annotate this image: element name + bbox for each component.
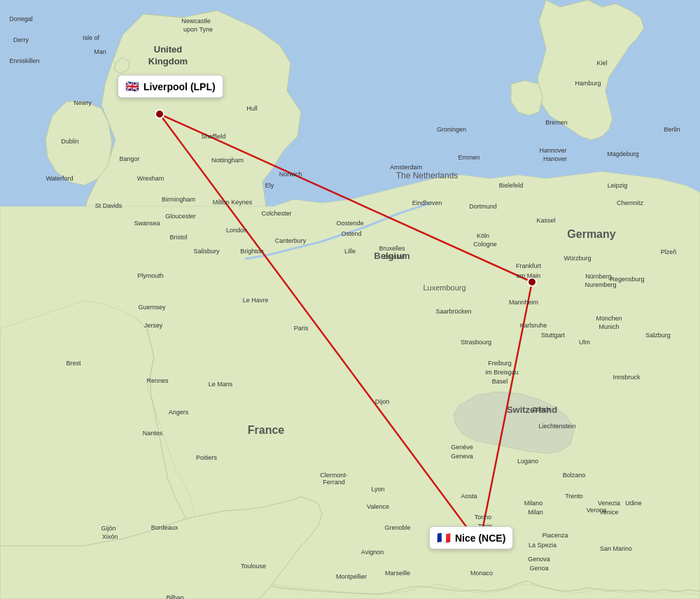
svg-text:France: France xyxy=(248,424,285,436)
svg-text:Innsbruck: Innsbruck xyxy=(612,374,640,381)
svg-text:Man: Man xyxy=(94,48,106,55)
svg-text:Cologne: Cologne xyxy=(473,241,497,248)
france-flag-icon: 🇫🇷 xyxy=(437,531,451,544)
svg-point-4 xyxy=(155,110,164,118)
svg-text:Frankfurt: Frankfurt xyxy=(516,262,542,269)
svg-text:London: London xyxy=(226,227,247,234)
svg-text:Clermont-: Clermont- xyxy=(320,472,348,479)
svg-text:Dijon: Dijon xyxy=(375,398,390,405)
svg-text:Bristol: Bristol xyxy=(169,234,187,241)
svg-text:Colchester: Colchester xyxy=(261,210,291,217)
svg-text:Valence: Valence xyxy=(367,503,389,510)
svg-text:Köln: Köln xyxy=(477,232,489,239)
svg-text:La Spezia: La Spezia xyxy=(528,542,556,549)
uk-flag-icon: 🇬🇧 xyxy=(125,80,139,93)
svg-text:Gijón: Gijón xyxy=(101,525,115,532)
svg-text:Brussel: Brussel xyxy=(384,253,405,260)
svg-text:Luxembourg: Luxembourg xyxy=(423,283,465,292)
svg-text:Plymouth: Plymouth xyxy=(137,272,164,279)
svg-text:Oostende: Oostende xyxy=(336,220,363,227)
map-container: United Kingdom France Germany Belgium Sw… xyxy=(0,0,700,599)
svg-text:Poitiers: Poitiers xyxy=(196,454,218,461)
svg-text:Liechtenstein: Liechtenstein xyxy=(538,423,575,430)
svg-text:Genève: Genève xyxy=(451,444,473,451)
svg-text:Kingdom: Kingdom xyxy=(148,56,188,66)
svg-text:Kiel: Kiel xyxy=(596,59,607,66)
svg-text:Piacenza: Piacenza xyxy=(542,532,568,539)
svg-text:Angers: Angers xyxy=(169,409,189,416)
svg-text:Geneva: Geneva xyxy=(451,453,473,460)
svg-text:Monaco: Monaco xyxy=(470,570,493,577)
liverpool-airport-text: Liverpool (LPL) xyxy=(144,81,216,92)
svg-text:Toulouse: Toulouse xyxy=(241,563,266,570)
svg-text:St Davids: St Davids xyxy=(95,202,122,209)
svg-text:Salisbury: Salisbury xyxy=(193,248,220,255)
svg-text:Groningen: Groningen xyxy=(437,126,466,133)
map-svg: United Kingdom France Germany Belgium Sw… xyxy=(0,0,700,599)
svg-text:Hamburg: Hamburg xyxy=(575,80,601,87)
svg-text:Torino: Torino xyxy=(475,514,492,521)
svg-text:Jersey: Jersey xyxy=(144,322,163,329)
svg-text:Marseille: Marseille xyxy=(385,570,410,577)
svg-text:Basel: Basel xyxy=(492,378,508,385)
svg-text:Dublin: Dublin xyxy=(61,138,79,145)
svg-text:Brighton: Brighton xyxy=(240,248,264,255)
svg-text:Ulm: Ulm xyxy=(579,339,590,346)
svg-text:San Marino: San Marino xyxy=(600,545,632,552)
svg-text:Bielefeld: Bielefeld xyxy=(499,182,524,189)
svg-text:Würzburg: Würzburg xyxy=(564,255,591,262)
svg-text:Berlin: Berlin xyxy=(664,126,680,133)
svg-text:Canterbury: Canterbury xyxy=(275,237,307,244)
svg-text:Lugano: Lugano xyxy=(517,458,538,465)
svg-text:Aosta: Aosta xyxy=(461,493,477,500)
svg-text:Wrexham: Wrexham xyxy=(137,175,164,182)
svg-text:Nuremberg: Nuremberg xyxy=(584,281,616,288)
svg-text:Milan: Milan xyxy=(528,509,543,516)
svg-text:Swansea: Swansea xyxy=(134,220,160,227)
svg-text:Mannheim: Mannheim xyxy=(509,299,538,306)
svg-text:Udine: Udine xyxy=(625,500,642,507)
svg-text:Hannover: Hannover xyxy=(539,147,566,154)
svg-text:Chemnitz: Chemnitz xyxy=(617,199,644,206)
liverpool-airport-label: 🇬🇧 Liverpool (LPL) xyxy=(118,75,223,98)
svg-text:Bilbao: Bilbao xyxy=(166,594,183,599)
svg-text:Gloucester: Gloucester xyxy=(165,213,196,220)
svg-text:Strasbourg: Strasbourg xyxy=(461,339,491,346)
svg-text:Sheffield: Sheffield xyxy=(202,133,226,140)
svg-text:am Main: am Main xyxy=(517,272,541,279)
svg-text:Eindhoven: Eindhoven xyxy=(412,199,442,206)
svg-text:Lyon: Lyon xyxy=(371,486,384,493)
svg-text:Enniskillen: Enniskillen xyxy=(9,57,39,64)
svg-text:Newcastle: Newcastle xyxy=(181,17,211,24)
svg-text:Ostend: Ostend xyxy=(341,230,361,237)
svg-text:Bruxelles: Bruxelles xyxy=(379,245,405,252)
svg-text:Venezia: Venezia xyxy=(598,500,620,507)
svg-text:The Netherlands: The Netherlands xyxy=(396,171,458,181)
svg-text:Montpellier: Montpellier xyxy=(336,573,367,580)
svg-text:Milton Keynes: Milton Keynes xyxy=(213,199,253,206)
svg-text:Newry: Newry xyxy=(74,99,92,106)
svg-text:Dortmund: Dortmund xyxy=(469,203,497,210)
svg-text:Saarbrücken: Saarbrücken xyxy=(435,308,471,315)
svg-text:Waterford: Waterford xyxy=(46,175,73,182)
svg-text:Freiburg: Freiburg xyxy=(488,360,512,367)
svg-text:Plzeň: Plzeň xyxy=(661,248,677,255)
svg-text:Trento: Trento xyxy=(565,493,583,500)
svg-text:Nürnberg: Nürnberg xyxy=(585,273,612,280)
svg-text:Magdeburg: Magdeburg xyxy=(607,150,639,157)
svg-text:München: München xyxy=(596,315,622,322)
svg-text:Milano: Milano xyxy=(524,500,543,507)
svg-text:Norwich: Norwich xyxy=(279,171,302,178)
svg-text:Leipzig: Leipzig xyxy=(608,182,628,189)
svg-text:Guernsey: Guernsey xyxy=(138,304,166,311)
svg-text:Genoa: Genoa xyxy=(529,565,548,572)
svg-text:Ferrand: Ferrand xyxy=(323,479,345,486)
nice-airport-text: Nice (NCE) xyxy=(455,533,505,544)
svg-text:Xixón: Xixón xyxy=(102,533,118,540)
svg-text:Zürich: Zürich xyxy=(532,406,550,413)
svg-text:Grenoble: Grenoble xyxy=(384,524,410,531)
svg-text:Rennes: Rennes xyxy=(146,377,169,384)
svg-text:Bolzano: Bolzano xyxy=(563,472,586,479)
svg-text:Emmen: Emmen xyxy=(458,154,479,161)
svg-text:Paris: Paris xyxy=(294,325,309,332)
